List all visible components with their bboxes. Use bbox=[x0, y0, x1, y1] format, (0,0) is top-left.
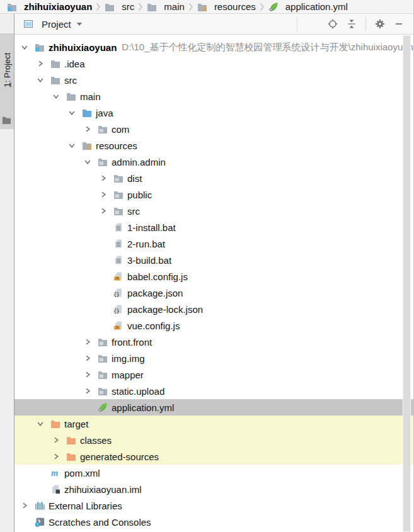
tree-row-dist[interactable]: dist bbox=[14, 170, 414, 186]
tree-row-label: babel.config.js bbox=[127, 271, 188, 282]
tree-row-label: .idea bbox=[64, 59, 85, 69]
gear-icon bbox=[375, 19, 385, 29]
tree-row-classes[interactable]: classes bbox=[14, 432, 414, 448]
project-tool-button[interactable]: 1: Project bbox=[0, 33, 14, 129]
tree-row-front-front[interactable]: front.front bbox=[14, 334, 414, 350]
tree-row-main[interactable]: main bbox=[14, 88, 414, 105]
chevron-expanded-icon[interactable] bbox=[52, 93, 60, 100]
tool-window-bar: 1: Project bbox=[0, 14, 14, 532]
file-iml-icon bbox=[50, 484, 60, 494]
tree-row-mapper[interactable]: mapper bbox=[14, 366, 414, 383]
chevron-spacer bbox=[100, 322, 107, 329]
chevron-collapsed-icon[interactable] bbox=[84, 387, 91, 395]
tree-row-resources[interactable]: resources bbox=[14, 137, 414, 154]
panel-toolbar bbox=[325, 14, 414, 34]
breadcrumb-item-application-yml[interactable]: application.yml bbox=[267, 1, 350, 12]
chevron-collapsed-icon[interactable] bbox=[52, 453, 60, 460]
folder-package-icon bbox=[98, 353, 108, 363]
folder-resources-icon bbox=[82, 140, 92, 150]
tree-row-vue-config-js[interactable]: JSvue.config.js bbox=[14, 317, 414, 334]
tree-row-label: resources bbox=[96, 140, 137, 151]
chevron-expanded-icon[interactable] bbox=[68, 109, 76, 116]
chevron-collapsed-icon[interactable] bbox=[84, 354, 91, 362]
tree-row-src[interactable]: src bbox=[14, 72, 414, 88]
tree-row-package-lock-json[interactable]: {}package-lock.json bbox=[14, 301, 414, 317]
tree-row-com[interactable]: com bbox=[14, 121, 414, 137]
breadcrumb-label: resources bbox=[214, 1, 256, 12]
tree-row-src[interactable]: src bbox=[14, 203, 414, 219]
breadcrumb-item-zhihuixiaoyuan[interactable]: zhihuixiaoyuan bbox=[5, 1, 94, 12]
tree-row-label: zhihuixiaoyuan.iml bbox=[64, 484, 142, 495]
breadcrumb-item-resources[interactable]: resources bbox=[195, 1, 258, 12]
project-view-selector[interactable]: Project bbox=[23, 14, 82, 34]
folder-icon bbox=[50, 75, 60, 85]
chevron-spacer bbox=[84, 404, 91, 411]
tree-row-zhihuixiaoyuan-iml[interactable]: zhihuixiaoyuan.iml bbox=[14, 481, 414, 497]
breadcrumb-separator-chevron-icon bbox=[96, 3, 101, 11]
tree-row-external-libraries[interactable]: External Libraries bbox=[14, 497, 414, 514]
chevron-collapsed-icon[interactable] bbox=[37, 60, 44, 67]
tree-row-idea[interactable]: .idea bbox=[14, 55, 414, 72]
tree-row-label: package.json bbox=[127, 288, 183, 298]
chevron-expanded-icon[interactable] bbox=[37, 420, 44, 427]
chevron-spacer bbox=[100, 273, 107, 280]
chevron-collapsed-icon[interactable] bbox=[84, 125, 91, 133]
toolbar-divider bbox=[365, 17, 366, 31]
folder-package-icon bbox=[98, 337, 108, 347]
tree-row-label: target bbox=[64, 419, 88, 429]
tree-row-public[interactable]: public bbox=[14, 186, 414, 203]
locate-file-button[interactable] bbox=[325, 16, 340, 31]
folder-project-icon bbox=[7, 2, 17, 12]
svg-text:{}: {} bbox=[113, 292, 120, 298]
tree-row-label: Scratches and Consoles bbox=[49, 517, 151, 528]
tree-row-1-install-bat[interactable]: 1-install.bat bbox=[14, 219, 414, 235]
folder-icon bbox=[66, 91, 76, 101]
hide-panel-button[interactable] bbox=[391, 16, 406, 31]
breadcrumb-item-src[interactable]: src bbox=[103, 1, 136, 12]
tree-row-2-run-bat[interactable]: 2-run.bat bbox=[14, 235, 414, 252]
tree-row-admin-admin[interactable]: admin.admin bbox=[14, 154, 414, 170]
chevron-collapsed-icon[interactable] bbox=[52, 436, 60, 444]
chevron-spacer bbox=[37, 485, 44, 493]
target-icon bbox=[328, 19, 338, 29]
chevron-expanded-icon[interactable] bbox=[21, 43, 28, 51]
chevron-expanded-icon[interactable] bbox=[68, 142, 76, 149]
scrollbar-track[interactable] bbox=[403, 35, 411, 532]
project-tree: zhihuixiaoyuanD:\10_基于个性化定制的智慧校园管理系统设计与开… bbox=[14, 35, 414, 532]
folder-excluded-icon bbox=[66, 451, 76, 461]
tree-row-img-img[interactable]: img.img bbox=[14, 350, 414, 366]
breadcrumb-separator-chevron-icon bbox=[188, 3, 193, 11]
tree-row-static-upload[interactable]: static.upload bbox=[14, 383, 414, 399]
chevron-spacer bbox=[37, 469, 44, 477]
tree-row-pom-xml[interactable]: mpom.xml bbox=[14, 465, 414, 481]
ide-project-panel: { "breadcrumb": { "items": [ { "icon": "… bbox=[0, 0, 414, 532]
breadcrumb-label: main bbox=[164, 1, 185, 12]
tree-row-application-yml[interactable]: application.yml bbox=[14, 399, 414, 416]
tree-row-label: src bbox=[64, 75, 77, 86]
chevron-expanded-icon[interactable] bbox=[37, 76, 44, 84]
chevron-collapsed-icon[interactable] bbox=[100, 174, 107, 182]
project-tool-button-label: 1: Project bbox=[3, 53, 12, 88]
chevron-collapsed-icon[interactable] bbox=[84, 338, 91, 346]
chevron-spacer bbox=[21, 518, 28, 526]
chevron-collapsed-icon[interactable] bbox=[100, 191, 107, 198]
tree-row-generated-sources[interactable]: generated-sources bbox=[14, 448, 414, 465]
chevron-collapsed-icon[interactable] bbox=[100, 207, 107, 215]
tree-row-scratches-and-consoles[interactable]: Scratches and Consoles bbox=[14, 514, 414, 530]
chevron-spacer bbox=[100, 240, 107, 247]
tree-row-java[interactable]: java bbox=[14, 105, 414, 121]
scrollbar-thumb[interactable] bbox=[403, 36, 410, 531]
breadcrumb-item-main[interactable]: main bbox=[145, 1, 187, 12]
chevron-expanded-icon[interactable] bbox=[84, 158, 91, 166]
chevron-collapsed-icon[interactable] bbox=[84, 371, 91, 378]
folder-icon bbox=[2, 115, 11, 125]
collapse-all-button[interactable] bbox=[344, 16, 359, 31]
tree-row-target[interactable]: target bbox=[14, 416, 414, 432]
tree-row-label: img.img bbox=[112, 353, 145, 364]
tree-row-zhihuixiaoyuan[interactable]: zhihuixiaoyuanD:\10_基于个性化定制的智慧校园管理系统设计与开… bbox=[14, 39, 414, 55]
tree-row-babel-config-js[interactable]: JSbabel.config.js bbox=[14, 268, 414, 285]
tree-row-package-json[interactable]: {}package.json bbox=[14, 285, 414, 301]
settings-button[interactable] bbox=[372, 16, 388, 31]
chevron-collapsed-icon[interactable] bbox=[21, 502, 28, 509]
tree-row-3-build-bat[interactable]: 3-build.bat bbox=[14, 252, 414, 268]
